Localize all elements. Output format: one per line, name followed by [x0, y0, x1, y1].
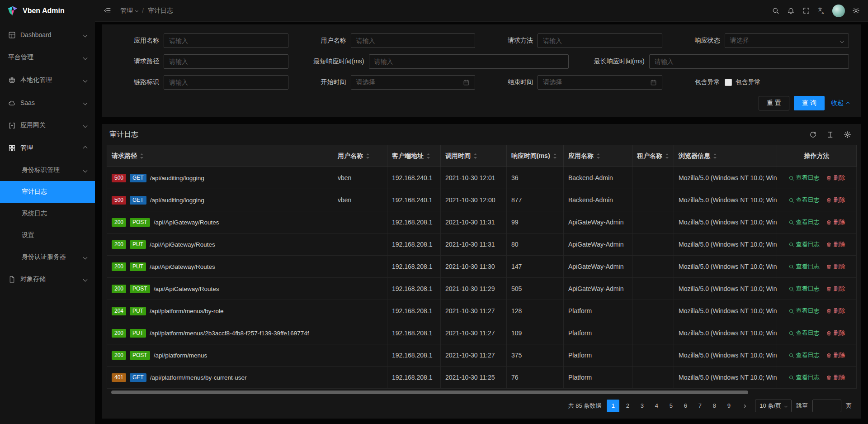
user-avatar[interactable]: [832, 5, 845, 17]
delete-label: 删除: [834, 196, 845, 204]
user-name-input[interactable]: [351, 33, 476, 48]
menu-fold-icon[interactable]: [99, 3, 115, 19]
view-log-button[interactable]: 查看日志: [788, 351, 820, 359]
end-time-picker[interactable]: 请选择: [538, 75, 662, 90]
column-header-tenant-name[interactable]: 租户名称: [632, 145, 674, 167]
settings-gear-icon[interactable]: [848, 3, 863, 19]
scrollbar-thumb[interactable]: [111, 391, 748, 394]
min-response-time-input[interactable]: [369, 54, 569, 69]
page-button-4[interactable]: 4: [650, 400, 663, 412]
max-response-time-input[interactable]: [649, 54, 849, 69]
view-log-button[interactable]: 查看日志: [788, 373, 820, 381]
view-log-button[interactable]: 查看日志: [788, 329, 820, 337]
reset-button[interactable]: 重 置: [759, 96, 789, 110]
delete-button[interactable]: 删除: [826, 373, 845, 381]
collapse-link[interactable]: 收起: [831, 99, 849, 107]
column-header-app-name[interactable]: 应用名称: [564, 145, 632, 167]
sidebar-item-audit-log[interactable]: 审计日志: [0, 181, 95, 203]
cell-client-ip: 192.168.208.1: [387, 211, 441, 233]
delete-button[interactable]: 删除: [826, 329, 845, 337]
delete-button[interactable]: 删除: [826, 285, 845, 293]
refresh-icon[interactable]: [808, 130, 817, 139]
delete-button[interactable]: 删除: [826, 262, 845, 271]
sidebar-item-management[interactable]: 管理: [0, 137, 95, 159]
bell-icon[interactable]: [783, 3, 798, 19]
sort-icon[interactable]: [596, 153, 600, 159]
request-path-input[interactable]: [164, 54, 288, 69]
sidebar-item-saas[interactable]: Saas: [0, 91, 95, 114]
column-header-request-path[interactable]: 请求路径: [107, 145, 333, 167]
sort-icon[interactable]: [665, 153, 669, 159]
jump-page-input[interactable]: [812, 400, 841, 412]
sort-icon[interactable]: [553, 153, 557, 159]
page-button-9[interactable]: 9: [722, 400, 735, 412]
view-log-button[interactable]: 查看日志: [788, 174, 820, 182]
sidebar-item-identity-management[interactable]: 身份标识管理: [0, 159, 95, 181]
delete-button[interactable]: 删除: [826, 240, 845, 248]
page-button-5[interactable]: 5: [665, 400, 677, 412]
sort-icon[interactable]: [473, 153, 477, 159]
next-page-button[interactable]: [738, 400, 750, 412]
cell-client-ip: 192.168.208.1: [387, 278, 441, 300]
view-log-label: 查看日志: [796, 351, 820, 359]
delete-button[interactable]: 删除: [826, 307, 845, 315]
start-time-picker[interactable]: 请选择: [351, 75, 476, 90]
search-icon[interactable]: [768, 3, 783, 19]
delete-button[interactable]: 删除: [826, 218, 845, 226]
cell-call-time: 2021-10-30 11:31: [441, 211, 507, 233]
search-button[interactable]: 查 询: [794, 96, 825, 110]
fullscreen-icon[interactable]: [798, 3, 814, 19]
view-log-button[interactable]: 查看日志: [788, 307, 820, 315]
page-button-7[interactable]: 7: [693, 400, 706, 412]
column-label: 浏览器信息: [679, 152, 710, 160]
row-height-icon[interactable]: [826, 130, 835, 139]
view-log-label: 查看日志: [796, 196, 820, 204]
column-header-user-name[interactable]: 用户名称: [333, 145, 387, 167]
sidebar-item-system-log[interactable]: 系统日志: [0, 203, 95, 224]
filter-field-user-name: 用户名称: [300, 33, 487, 48]
column-header-client-ip[interactable]: 客户端地址: [387, 145, 441, 167]
view-log-button[interactable]: 查看日志: [788, 218, 820, 226]
cell-tenant-name: [632, 367, 674, 389]
app-name-input[interactable]: [164, 33, 288, 48]
sort-icon[interactable]: [713, 153, 717, 159]
column-settings-icon[interactable]: [843, 130, 852, 139]
http-method-input[interactable]: [538, 33, 662, 48]
sidebar-item-identity-server[interactable]: 身份认证服务器: [0, 246, 95, 268]
sort-icon[interactable]: [426, 153, 430, 159]
menu-item-label: 应用网关: [20, 121, 79, 129]
view-log-button[interactable]: 查看日志: [788, 196, 820, 204]
sort-icon[interactable]: [140, 153, 144, 159]
delete-button[interactable]: 删除: [826, 196, 845, 204]
sidebar-item-localization[interactable]: 本地化管理: [0, 69, 95, 91]
delete-button[interactable]: 删除: [826, 351, 845, 359]
view-log-button[interactable]: 查看日志: [788, 285, 820, 293]
page-button-2[interactable]: 2: [621, 400, 634, 412]
sidebar-item-object-storage[interactable]: 对象存储: [0, 268, 95, 291]
column-header-browser-info[interactable]: 浏览器信息: [674, 145, 777, 167]
translate-icon[interactable]: 文A: [814, 3, 829, 19]
trace-id-input[interactable]: [164, 75, 288, 90]
has-exception-checkbox[interactable]: [725, 79, 732, 86]
sidebar-item-settings[interactable]: 设置: [0, 224, 95, 246]
page-button-6[interactable]: 6: [679, 400, 692, 412]
cell-tenant-name: [632, 211, 674, 233]
response-status-select[interactable]: 请选择: [725, 33, 849, 48]
trash-icon: [826, 197, 832, 203]
horizontal-scrollbar[interactable]: [111, 391, 852, 394]
sidebar-item-gateway[interactable]: 应用网关: [0, 114, 95, 137]
sort-icon[interactable]: [366, 153, 370, 159]
page-button-3[interactable]: 3: [636, 400, 648, 412]
column-header-response-time[interactable]: 响应时间(ms): [507, 145, 564, 167]
page-size-select[interactable]: 10 条/页: [755, 400, 792, 412]
app-logo[interactable]: Vben Admin: [0, 0, 95, 22]
page-button-8[interactable]: 8: [708, 400, 721, 412]
sidebar-item-platform[interactable]: 平台管理: [0, 46, 95, 69]
column-header-call-time[interactable]: 调用时间: [441, 145, 507, 167]
breadcrumb-item-root[interactable]: 管理: [120, 7, 138, 15]
page-button-1[interactable]: 1: [607, 400, 619, 412]
delete-button[interactable]: 删除: [826, 174, 845, 182]
view-log-button[interactable]: 查看日志: [788, 262, 820, 271]
sidebar-item-dashboard[interactable]: Dashboard: [0, 24, 95, 46]
view-log-button[interactable]: 查看日志: [788, 240, 820, 248]
